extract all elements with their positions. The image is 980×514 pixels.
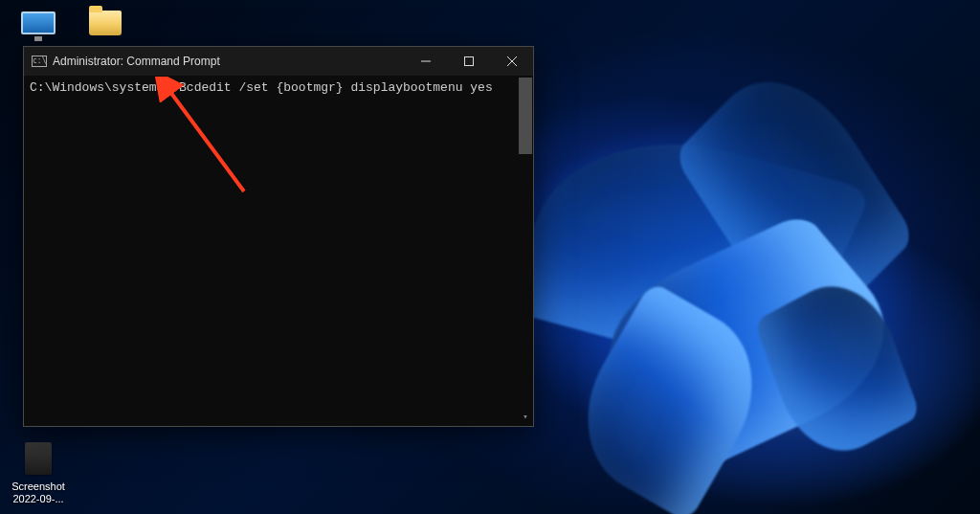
desktop-icon-label: Screenshot 2022-09-... — [11, 480, 65, 504]
pc-icon — [21, 11, 56, 34]
terminal-line: C:\Windows\system32>Bcdedit /set {bootmg… — [30, 79, 527, 97]
window-titlebar[interactable]: c:\ Administrator: Command Prompt — [24, 47, 533, 76]
scrollbar-thumb[interactable] — [519, 78, 532, 154]
terminal-prompt: C:\Windows\system32> — [30, 80, 179, 95]
folder-icon — [89, 11, 122, 35]
scrollbar-down-arrow-icon[interactable]: ▾ — [519, 411, 532, 424]
command-prompt-window[interactable]: c:\ Administrator: Command Prompt C:\Win… — [23, 46, 534, 427]
terminal-scrollbar[interactable]: ▾ — [519, 78, 532, 424]
close-icon — [507, 56, 517, 66]
window-title: Administrator: Command Prompt — [53, 55, 220, 68]
desktop-icon-screenshot[interactable]: Screenshot 2022-09-... — [4, 437, 73, 506]
terminal-command: Bcdedit /set {bootmgr} displaybootmenu y… — [179, 80, 493, 95]
image-file-icon — [25, 442, 52, 475]
window-controls — [404, 47, 533, 76]
svg-rect-1 — [464, 57, 473, 66]
maximize-icon — [464, 56, 474, 66]
desktop-icons-column-2 — [71, 2, 140, 47]
cmd-app-icon: c:\ — [32, 56, 47, 67]
minimize-button[interactable] — [404, 47, 447, 76]
maximize-button[interactable] — [447, 47, 490, 76]
desktop-icon-folder[interactable] — [71, 2, 140, 47]
terminal-body[interactable]: C:\Windows\system32>Bcdedit /set {bootmg… — [24, 76, 533, 426]
close-button[interactable] — [490, 47, 533, 76]
minimize-icon — [421, 56, 431, 66]
